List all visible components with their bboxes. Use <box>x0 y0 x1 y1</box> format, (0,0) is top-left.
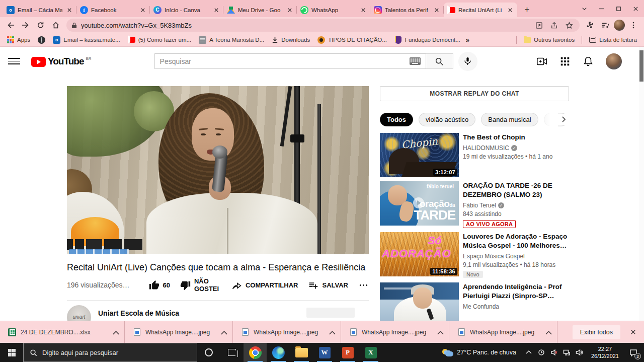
address-bar[interactable]: youtube.com/watch?v=Gx_5K83mbZs <box>66 19 580 32</box>
download-menu-caret-icon[interactable] <box>329 328 336 337</box>
share-button[interactable]: COMPARTILHAR <box>231 280 298 291</box>
taskbar-chrome[interactable] <box>244 343 267 362</box>
sync-icon[interactable] <box>537 348 545 356</box>
bookmark-youtube-video[interactable]: (5) Como fazer um... <box>126 35 193 45</box>
voice-search-button[interactable] <box>458 52 477 71</box>
recommended-video-piazzi[interactable]: Aprendendo Inteligência - Prof Pierluigi… <box>380 282 569 321</box>
create-video-icon[interactable] <box>536 56 547 67</box>
rec-channel[interactable]: HALIDONMUSIC ✓ <box>463 144 569 152</box>
search-button[interactable] <box>426 53 453 69</box>
rec-channel[interactable]: Fábio Teruel ✓ <box>463 202 569 209</box>
channel-avatar[interactable]: uniart <box>67 305 91 321</box>
rec-title[interactable]: Aprendendo Inteligência - Prof Pierluigi… <box>463 282 569 301</box>
playlist-extension-icon[interactable] <box>599 19 612 32</box>
tab-instagram[interactable]: Talentos da Perif <box>370 3 444 17</box>
rec-channel[interactable]: Me Confunda <box>463 303 569 310</box>
reload-button[interactable] <box>34 19 47 32</box>
cortana-button[interactable] <box>197 343 220 362</box>
taskbar-excel[interactable]: X <box>359 343 382 362</box>
close-downloads-bar-icon[interactable] <box>630 328 636 337</box>
tab-close-icon[interactable] <box>212 6 220 14</box>
thumbnail[interactable] <box>380 282 459 321</box>
taskbar-search-box[interactable]: Digite aqui para pesquisar <box>23 343 197 362</box>
download-menu-caret-icon[interactable] <box>545 328 552 337</box>
tab-close-icon[interactable] <box>506 6 514 14</box>
taskbar-clock[interactable]: 22:27 26/12/2021 <box>587 343 623 362</box>
tab-close-icon[interactable] <box>65 6 73 14</box>
chip-violao-acustico[interactable]: violão acústico <box>419 113 475 126</box>
thumbnail[interactable]: Só ADORAÇÃO 11:58:36 <box>380 232 459 276</box>
action-center-button[interactable]: 2 <box>623 343 644 362</box>
youtube-logo[interactable]: YouTube BR <box>31 56 92 67</box>
share-page-icon[interactable] <box>548 20 559 31</box>
bookmark-star-icon[interactable] <box>564 20 575 31</box>
channel-name[interactable]: Uniart Escola de Música <box>98 305 179 317</box>
rec-title[interactable]: The Best of Chopin <box>463 133 569 142</box>
like-button[interactable]: 60 <box>149 280 170 291</box>
scrollbar-thumb[interactable] <box>639 50 643 82</box>
new-tab-button[interactable]: + <box>520 3 534 16</box>
recommended-video-chopin[interactable]: Chopin 3:12:07 The Best of Chopin HALIDO… <box>380 133 569 177</box>
tab-close-icon[interactable] <box>139 6 146 14</box>
tab-email[interactable]: o Email – Cácia Ma <box>3 3 76 17</box>
bookmark-globe[interactable] <box>36 35 47 45</box>
video-player[interactable] <box>67 86 369 254</box>
task-view-button[interactable] <box>220 343 244 362</box>
network-icon[interactable] <box>562 348 571 356</box>
other-favorites-folder[interactable]: Outros favoritos <box>522 36 577 44</box>
dislike-button[interactable]: NÃO GOSTEI <box>180 278 221 293</box>
recommended-video-oracao[interactable]: fábio teruel oraçãoda TARDE ORAÇÃO DA TA… <box>380 181 569 228</box>
thumbnail[interactable]: fábio teruel oraçãoda TARDE <box>380 181 459 226</box>
keyboard-icon[interactable] <box>410 57 421 65</box>
url-text[interactable]: youtube.com/watch?v=Gx_5K83mbZs <box>81 22 529 29</box>
apps-grid-icon[interactable] <box>559 56 571 67</box>
weather-widget[interactable]: 27°C Panc. de chuva <box>438 343 521 362</box>
browser-profile-avatar[interactable] <box>614 20 625 31</box>
bookmark-email[interactable]: o Email – kassia.mate... <box>51 35 122 45</box>
start-button[interactable] <box>0 343 23 362</box>
minimize-button[interactable] <box>593 0 610 17</box>
chips-next-arrow[interactable] <box>558 114 569 125</box>
subscribe-button-partial[interactable] <box>306 308 355 318</box>
reading-list-button[interactable]: Lista de leitura <box>587 36 639 44</box>
taskbar-edge[interactable] <box>267 343 290 362</box>
thumbnail[interactable]: Chopin 3:12:07 <box>380 133 459 177</box>
save-button[interactable]: SALVAR <box>308 280 348 291</box>
chip-todos[interactable]: Todos <box>380 113 413 126</box>
tab-close-icon[interactable] <box>359 6 367 14</box>
extensions-puzzle-icon[interactable] <box>584 19 597 32</box>
show-all-downloads-button[interactable]: Exibir todos <box>573 325 620 339</box>
rec-title[interactable]: ORAÇÃO DA TARDE -26 DE DEZEMBRO (SALMO 2… <box>463 181 569 199</box>
download-item-jpeg[interactable]: WhatsApp Image....jpeg <box>341 321 449 343</box>
taskbar-word[interactable]: W <box>313 343 336 362</box>
bookmark-fundacao[interactable]: Fundação Demócrit... <box>392 35 462 45</box>
rec-title[interactable]: Louvores De Adoração - Espaço Música Gos… <box>463 232 569 250</box>
forward-button[interactable] <box>19 19 32 32</box>
show-chat-replay-button[interactable]: MOSTRAR REPLAY DO CHAT <box>380 86 569 101</box>
more-actions-button[interactable] <box>358 280 369 291</box>
tab-close-icon[interactable] <box>433 6 440 14</box>
bookmark-apps[interactable]: Apps <box>5 35 32 44</box>
rec-channel[interactable]: Espaço Música Gospel <box>463 253 569 260</box>
taskbar-powerpoint[interactable]: P <box>336 343 359 362</box>
download-item-jpeg[interactable]: WhatsApp Image....jpeg <box>125 321 233 343</box>
tab-facebook[interactable]: f Facebook <box>76 3 150 17</box>
tray-chevron-icon[interactable] <box>525 348 533 356</box>
download-menu-caret-icon[interactable] <box>437 328 444 337</box>
tab-canva[interactable]: C Início - Canva <box>150 3 223 17</box>
page-scrollbar[interactable] <box>639 47 644 321</box>
search-input[interactable] <box>160 57 410 65</box>
download-menu-caret-icon[interactable] <box>221 328 227 337</box>
back-button[interactable] <box>4 19 17 32</box>
download-item-xlsx[interactable]: 24 DE DEZEMBRO....xlsx <box>0 321 125 343</box>
bookmark-tipos-citacao[interactable]: TIPOS DE CITAÇÃO... <box>315 35 389 45</box>
download-item-jpeg[interactable]: WhatsApp Image....jpeg <box>449 321 557 343</box>
volume-icon[interactable] <box>575 348 583 356</box>
search-box[interactable] <box>154 53 426 69</box>
recommended-video-adoracao[interactable]: Só ADORAÇÃO 11:58:36 Louvores De Adoraçã… <box>380 232 569 278</box>
tab-youtube-active[interactable]: Recital UniArt (Li <box>444 3 517 17</box>
youtube-profile-avatar[interactable] <box>606 53 622 69</box>
notifications-bell-icon[interactable] <box>583 56 594 67</box>
maximize-button[interactable] <box>610 0 627 17</box>
download-menu-caret-icon[interactable] <box>113 328 119 337</box>
